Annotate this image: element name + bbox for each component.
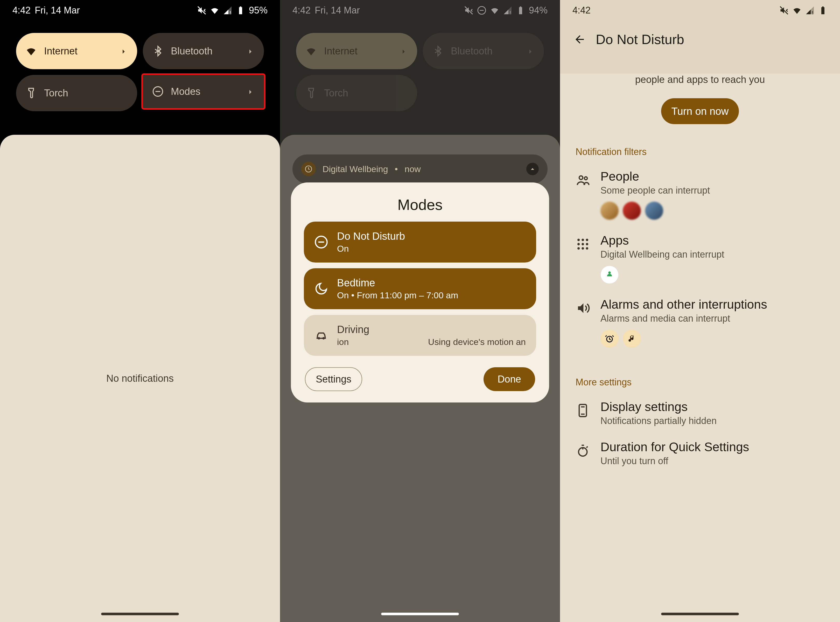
display-icon [576,403,590,418]
car-icon [314,328,328,342]
app-icon [301,162,316,176]
chip-alarm-icon [600,330,619,348]
dialog-title: Modes [304,196,536,213]
section-notification-filters: Notification filters [560,146,840,157]
item-duration[interactable]: Duration for Quick Settings Until you tu… [560,433,840,473]
chevron-right-icon [119,47,128,55]
item-sub: Until you turn off [600,456,749,466]
app-chip-digital-wellbeing [600,266,619,284]
notification-panel: No notifications [0,135,280,622]
page-title: Do Not Disturb [596,32,684,47]
item-sub: Digital Wellbeing can interrupt [600,249,724,260]
apps-grid-icon [576,237,590,252]
settings-list[interactable]: people and apps to reach you Turn on now… [560,73,840,622]
tile-label: Torch [44,88,128,99]
modes-dialog: Modes Do Not Disturb On Bedtime On • Fro… [291,183,549,402]
tile-modes[interactable]: Modes [141,73,266,110]
mode-bedtime[interactable]: Bedtime On • From 11:00 pm – 7:00 am [304,268,536,309]
people-icon [576,173,590,188]
dnd-icon [152,86,163,97]
item-sub: Notifications partially hidden [600,415,716,426]
nav-bar[interactable] [381,613,459,615]
item-title: Display settings [600,399,716,414]
item-apps[interactable]: Apps Digital Wellbeing can interrupt [560,227,840,291]
chip-music-icon [623,330,641,348]
item-title: People [600,169,710,183]
mode-sub: ion Using device's motion an [337,337,526,347]
battery-icon [236,6,245,15]
status-date: Fri, 14 Mar [35,5,80,16]
mute-icon [197,6,206,15]
mode-sub: On • From 11:00 pm – 7:00 am [337,290,526,300]
tile-internet[interactable]: Internet [16,33,137,69]
notification-row[interactable]: Digital Wellbeing • now [292,154,548,183]
wifi-icon [210,6,219,15]
item-title: Duration for Quick Settings [600,440,749,454]
item-display-settings[interactable]: Display settings Notifications partially… [560,393,840,433]
nav-bar[interactable] [661,613,739,615]
dnd-icon [314,235,328,249]
item-people[interactable]: People Some people can interrupt [560,163,840,227]
tile-torch[interactable]: Torch [16,75,137,111]
notif-sep: • [395,164,398,174]
done-button[interactable]: Done [484,367,535,391]
expand-icon[interactable] [526,163,539,175]
battery-pct: 95% [249,5,267,16]
notif-app: Digital Wellbeing [322,164,388,174]
mode-title: Driving [337,324,526,335]
wifi-icon [792,6,802,15]
status-bar: 4:42 Fri, 14 Mar 95% [0,0,280,21]
item-sub: Alarms and media can interrupt [600,313,767,324]
chevron-right-icon [246,87,255,96]
signal-icon [805,6,815,15]
item-sub: Some people can interrupt [600,185,710,196]
battery-icon [818,6,828,15]
tile-bluetooth[interactable]: Bluetooth [143,33,264,69]
mode-title: Bedtime [337,277,526,289]
mode-title: Do Not Disturb [337,230,526,242]
nav-bar[interactable] [101,613,179,615]
app-bar: Do Not Disturb [560,31,840,48]
settings-button[interactable]: Settings [305,367,362,391]
status-bar: 4:42 [560,0,840,21]
wifi-icon [25,45,37,57]
section-more-settings: More settings [560,377,840,388]
back-button[interactable] [571,31,588,48]
mode-dnd[interactable]: Do Not Disturb On [304,222,536,262]
status-time: 4:42 [12,5,31,16]
stopwatch-icon [576,444,590,458]
tile-label: Modes [171,86,221,97]
chevron-right-icon [246,47,255,55]
bluetooth-icon [152,45,163,57]
volume-icon [576,301,590,316]
torch-icon [25,87,37,99]
mute-icon [779,6,789,15]
status-time: 4:42 [573,5,591,16]
avatar [645,202,663,220]
avatar [600,202,619,220]
item-title: Apps [600,233,724,247]
signal-icon [223,6,232,15]
item-title: Alarms and other interruptions [600,297,767,311]
mode-sub: On [337,244,526,254]
tile-label: Internet [44,46,112,57]
item-alarms[interactable]: Alarms and other interruptions Alarms an… [560,291,840,355]
tile-label: Bluetooth [171,46,239,57]
hero-subtitle: people and apps to reach you [560,74,840,85]
notif-when: now [405,164,421,174]
people-avatars [600,202,710,220]
quick-settings: Internet Bluetooth Torch Modes [0,27,280,120]
empty-text: No notifications [106,373,174,384]
mode-driving[interactable]: Driving ion Using device's motion an [304,315,536,356]
turn-on-button[interactable]: Turn on now [661,98,739,124]
avatar [623,202,641,220]
svg-point-19 [608,271,611,274]
moon-icon [314,282,328,296]
